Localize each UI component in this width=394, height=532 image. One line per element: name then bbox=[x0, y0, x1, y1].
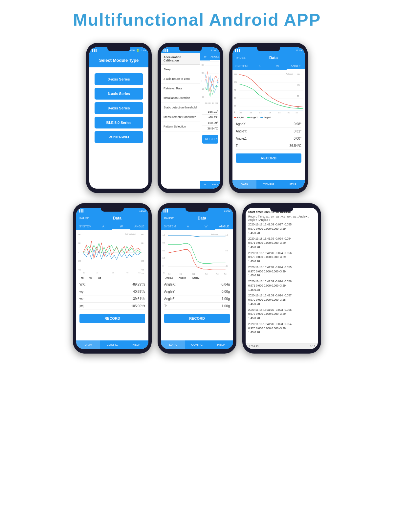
menu-item-retrieval[interactable]: Retrieval Rate bbox=[161, 84, 200, 93]
angle-values-4: WX: -89.29°/s wy: 40.89°/s wz: -39.61°/s… bbox=[76, 280, 148, 311]
nav-help-5[interactable]: HELP bbox=[209, 340, 233, 349]
calib-chart: 200 100 0 -100 -200 bbox=[201, 61, 219, 107]
data-tabs-5: SYSTEM A W ANGLE bbox=[161, 223, 233, 230]
bottom-nav-3: DATA CONFIG HELP bbox=[232, 180, 305, 189]
tab5-w[interactable]: W bbox=[197, 223, 215, 230]
record-btn-5[interactable]: RECORD bbox=[164, 314, 230, 323]
svg-text:1.2: 1.2 bbox=[163, 234, 165, 236]
svg-text:160: 160 bbox=[297, 73, 300, 76]
tab4-system[interactable]: SYSTEM bbox=[76, 223, 94, 230]
menu-item-pattern[interactable]: Pattern Selection bbox=[161, 122, 200, 131]
phone-calibration: ▌▌▌ 11:05 Acceleration Calibration Sleep… bbox=[158, 43, 223, 193]
bottom-tab-help[interactable]: HELP bbox=[210, 181, 220, 189]
svg-text:12.5: 12.5 bbox=[269, 112, 271, 114]
phone-notch-2 bbox=[179, 47, 202, 51]
val-row-3: -160.29° bbox=[202, 120, 218, 126]
nav-data-5[interactable]: DATA bbox=[161, 340, 185, 349]
record-btn-4[interactable]: RECORD bbox=[79, 314, 145, 323]
menu-item-static-detect[interactable]: Static detection threshold bbox=[161, 103, 200, 112]
svg-text:4.0: 4.0 bbox=[126, 272, 128, 274]
calib-menu-header: Acceleration Calibration bbox=[161, 53, 200, 65]
phone-angular-velocity: ▌▌▌ 11:02 PAUSE Data SYSTEM A W ANGLE 40… bbox=[73, 203, 152, 354]
tab5-a[interactable]: A bbox=[179, 223, 197, 230]
phone2-screen: ▌▌▌ 11:05 Acceleration Calibration Sleep… bbox=[161, 47, 220, 189]
angle-values: AgneX: 0.98° AngleY: 0.31° AngleZ: 0.00°… bbox=[232, 119, 305, 151]
legend-dot-wz bbox=[95, 278, 98, 278]
tab-angle[interactable]: ANGLE bbox=[287, 62, 305, 70]
val4-wy: wy: 40.89°/s bbox=[79, 288, 145, 295]
menu-item-sleep[interactable]: Sleep bbox=[161, 65, 200, 74]
entry-6: 2020-11-18 16:41:39 -0.023 -0.056 0.972 … bbox=[248, 308, 315, 320]
legend-label-x: AngleX bbox=[237, 116, 245, 119]
svg-text:400: 400 bbox=[78, 233, 80, 236]
tab4-angle[interactable]: ANGLE bbox=[130, 223, 148, 230]
entry-4: 2020-11-18 16:41:39 -0.024 -0.056 0.971 … bbox=[248, 279, 315, 292]
calib-record-btn[interactable]: RECORD bbox=[202, 135, 218, 144]
svg-text:13.9: 13.9 bbox=[239, 112, 242, 114]
angle-chart-5: 1.2 0.9 0.6 0.3 0 -0.3 1.2 0.4 -0.4 bbox=[161, 230, 233, 276]
legend-dot-z bbox=[260, 117, 263, 118]
legend-label-wz: wz bbox=[98, 277, 101, 279]
data-tabs: SYSTEM A W ANGLE bbox=[232, 62, 305, 70]
time-3: 11:03 bbox=[296, 49, 302, 52]
tab4-w[interactable]: W bbox=[112, 223, 130, 230]
tab5-system[interactable]: SYSTEM bbox=[161, 223, 179, 230]
menu-item-bandwidth[interactable]: Measurement Bandwidth bbox=[161, 112, 200, 122]
pause-4[interactable]: PAUSE bbox=[79, 217, 89, 220]
svg-text:0: 0 bbox=[163, 265, 164, 267]
tab5-angle[interactable]: ANGLE bbox=[215, 223, 233, 230]
btn-9axis[interactable]: 9-axis Series bbox=[95, 102, 143, 114]
phones-row-1: ▌▌▌ WiFi 🔋 5:49 Select Module Type 3-axi… bbox=[0, 36, 394, 200]
btn-ble50[interactable]: BLE 5.0 Series bbox=[95, 117, 143, 128]
nav-config-5[interactable]: CONFIG bbox=[185, 340, 209, 349]
svg-text:0.9: 0.9 bbox=[163, 242, 165, 244]
menu-item-z-axis[interactable]: Z axis return to zero bbox=[161, 74, 200, 84]
svg-text:140.3: 140.3 bbox=[215, 102, 218, 104]
svg-text:-0.4: -0.4 bbox=[226, 265, 229, 267]
nav-help-4[interactable]: HELP bbox=[124, 340, 148, 349]
signal-icon-2: ▌▌▌ bbox=[164, 49, 169, 52]
bottom-tab-g[interactable]: G bbox=[200, 181, 210, 189]
pause-label[interactable]: PAUSE bbox=[236, 56, 246, 59]
svg-text:Angle velocity chart: Angle velocity chart bbox=[125, 233, 136, 235]
nav-help-3[interactable]: HELP bbox=[281, 180, 305, 189]
svg-text:0.3: 0.3 bbox=[163, 257, 165, 260]
btn-3axis[interactable]: 3-axis Series bbox=[95, 73, 143, 85]
phone-angle-data: ▌▌▌ 11:02 PAUSE Data SYSTEM A W ANGLE 1.… bbox=[158, 203, 236, 354]
title-4: Data bbox=[89, 216, 145, 220]
phone-notch bbox=[107, 47, 130, 51]
svg-text:11.5: 11.5 bbox=[259, 112, 262, 114]
menu-item-install-dir[interactable]: Installation Direction bbox=[161, 93, 200, 103]
svg-text:-400: -400 bbox=[141, 268, 144, 271]
nav-config-3[interactable]: CONFIG bbox=[256, 180, 280, 189]
tab-w[interactable]: W bbox=[269, 62, 287, 70]
entry-0: 2020-11-18 16:41:39 -0.027 -0.055 0.970 … bbox=[248, 222, 315, 235]
tab-angle[interactable]: ANGLE bbox=[210, 53, 220, 60]
phone-notch-3 bbox=[257, 47, 280, 51]
svg-text:10.2: 10.2 bbox=[288, 112, 290, 114]
wifi-icon: WiFi bbox=[130, 49, 135, 52]
calib-menu: Acceleration Calibration Sleep Z axis re… bbox=[161, 53, 200, 189]
tab-system[interactable]: SYSTEM bbox=[232, 62, 251, 70]
nav-data-4[interactable]: DATA bbox=[76, 340, 100, 349]
chart-legend-5: AngleX AngleY AngleZ bbox=[161, 276, 233, 280]
btn-6axis[interactable]: 6-axis Series bbox=[95, 88, 143, 100]
phone6-screen: Start time: 2020-11-18 16:41:39 Record T… bbox=[246, 208, 318, 349]
pause-5[interactable]: PAUSE bbox=[164, 217, 174, 220]
battery-icon: 🔋 bbox=[136, 49, 140, 52]
legend5-anglez: AngleZ bbox=[189, 277, 199, 279]
record-btn-3[interactable]: RECORD bbox=[236, 153, 301, 163]
tab4-a[interactable]: A bbox=[94, 223, 112, 230]
nav-config-4[interactable]: CONFIG bbox=[100, 340, 124, 349]
legend-dot-x bbox=[234, 117, 236, 118]
tab-w[interactable]: W bbox=[200, 53, 210, 60]
svg-text:140.6: 140.6 bbox=[208, 102, 211, 104]
tab-a[interactable]: A bbox=[251, 62, 269, 70]
btn-wt901wifi[interactable]: WT901-WIFI bbox=[95, 131, 143, 143]
phones-row-2: ▌▌▌ 11:02 PAUSE Data SYSTEM A W ANGLE 40… bbox=[0, 200, 394, 360]
svg-text:60: 60 bbox=[234, 97, 236, 99]
module-button-list: 3-axis Series 6-axis Series 9-axis Serie… bbox=[89, 67, 148, 149]
legend-dot-wy bbox=[86, 278, 89, 278]
legend-angley: AngleY bbox=[247, 116, 258, 119]
nav-data-3[interactable]: DATA bbox=[232, 180, 256, 189]
